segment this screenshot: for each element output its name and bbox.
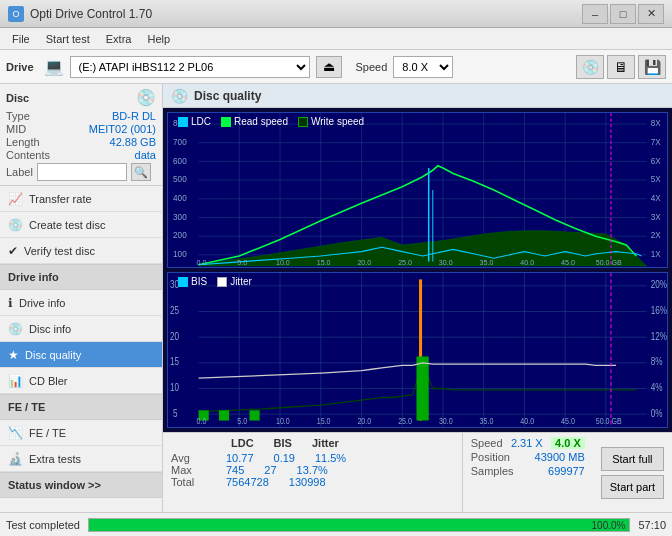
content-header-icon: 💿 [171, 88, 188, 104]
chart1-svg: 800 700 600 500 400 300 200 100 8X 7X 6X… [168, 113, 667, 267]
svg-text:0.0: 0.0 [197, 258, 207, 267]
eject-button[interactable]: ⏏ [316, 56, 342, 78]
legend-jitter-label: Jitter [230, 276, 252, 287]
svg-text:45.0: 45.0 [561, 258, 575, 267]
sidebar-item-create-test-disc[interactable]: 💿 Create test disc [0, 212, 162, 238]
sidebar-label-extra-tests: Extra tests [29, 453, 81, 465]
write-speed-dot [298, 117, 308, 127]
stats-position-row: Position 43900 MB [471, 451, 585, 463]
stats-bis-total: 130998 [289, 476, 326, 488]
charts-area: LDC Read speed Write speed [163, 108, 672, 432]
drive-select[interactable]: (E:) ATAPI iHBS112 2 PL06 [70, 56, 310, 78]
svg-text:50.0 GB: 50.0 GB [596, 417, 622, 427]
svg-text:25.0: 25.0 [398, 417, 412, 427]
titlebar: O Opti Drive Control 1.70 – □ ✕ [0, 0, 672, 28]
disc-mid-value: MEIT02 (001) [89, 123, 156, 135]
action-btn-save[interactable]: 💾 [638, 55, 666, 79]
stats-position-label: Position [471, 451, 510, 463]
sidebar-label-disc-quality: Disc quality [25, 349, 81, 361]
sidebar-item-transfer-rate[interactable]: 📈 Transfer rate [0, 186, 162, 212]
label-search-button[interactable]: 🔍 [131, 163, 151, 181]
sidebar-label-transfer-rate: Transfer rate [29, 193, 92, 205]
close-button[interactable]: ✕ [638, 4, 664, 24]
menu-extra[interactable]: Extra [98, 31, 140, 47]
svg-text:7X: 7X [651, 137, 661, 147]
svg-text:8X: 8X [651, 118, 661, 128]
svg-text:10.0: 10.0 [276, 417, 290, 427]
svg-text:10.0: 10.0 [276, 258, 290, 267]
disc-length-row: Length 42.88 GB [6, 136, 156, 148]
speed-select[interactable]: 8.0 X [393, 56, 453, 78]
disc-label-row: Label 🔍 [6, 163, 156, 181]
sidebar-item-cd-bler[interactable]: 📊 CD Bler [0, 368, 162, 394]
sidebar-menu: 📈 Transfer rate 💿 Create test disc ✔ Ver… [0, 186, 162, 512]
start-full-button[interactable]: Start full [601, 447, 664, 471]
sidebar: Disc 💿 Type BD-R DL MID MEIT02 (001) Len… [0, 84, 163, 512]
disc-type-label: Type [6, 110, 30, 122]
svg-text:100: 100 [173, 249, 187, 259]
stats-right: Speed 2.31 X 4.0 X Position 43900 MB Sam… [463, 433, 593, 512]
svg-text:40.0: 40.0 [520, 417, 534, 427]
disc-title: Disc [6, 92, 29, 104]
svg-text:200: 200 [173, 230, 187, 240]
maximize-button[interactable]: □ [610, 4, 636, 24]
disc-contents-value: data [135, 149, 156, 161]
start-part-button[interactable]: Start part [601, 475, 664, 499]
stats-header: LDC BIS Jitter [171, 437, 454, 449]
sidebar-item-disc-info[interactable]: 💿 Disc info [0, 316, 162, 342]
statusbar: Test completed 100.0% 57:10 [0, 512, 672, 536]
svg-text:5.0: 5.0 [237, 258, 247, 267]
stats-ldc-max: 745 [226, 464, 244, 476]
svg-text:5X: 5X [651, 174, 661, 184]
svg-text:30.0: 30.0 [439, 258, 453, 267]
sidebar-item-fe-te[interactable]: 📉 FE / TE [0, 420, 162, 446]
menu-starttest[interactable]: Start test [38, 31, 98, 47]
sidebar-item-drive-info[interactable]: ℹ Drive info [0, 290, 162, 316]
svg-text:12%: 12% [651, 331, 667, 342]
svg-text:4%: 4% [651, 382, 663, 393]
legend-jitter: Jitter [217, 276, 252, 287]
read-speed-dot [221, 117, 231, 127]
svg-marker-83 [416, 356, 428, 420]
stats-jitter-header: Jitter [312, 437, 339, 449]
stats-bis-header: BIS [274, 437, 292, 449]
speed-label: Speed [356, 61, 388, 73]
svg-text:600: 600 [173, 155, 187, 165]
legend-ldc-label: LDC [191, 116, 211, 127]
svg-text:16%: 16% [651, 305, 667, 316]
extra-tests-icon: 🔬 [8, 452, 23, 466]
svg-text:25.0: 25.0 [398, 258, 412, 267]
start-buttons: Start full Start part [593, 433, 672, 512]
action-btn-1[interactable]: 💿 [576, 55, 604, 79]
chart2-legend: BIS Jitter [178, 276, 252, 287]
disc-length-label: Length [6, 136, 40, 148]
svg-text:15.0: 15.0 [317, 417, 331, 427]
disc-quality-icon: ★ [8, 348, 19, 362]
action-btn-2[interactable]: 🖥 [607, 55, 635, 79]
disc-label-input[interactable] [37, 163, 127, 181]
menu-file[interactable]: File [4, 31, 38, 47]
legend-write-speed: Write speed [298, 116, 364, 127]
minimize-button[interactable]: – [582, 4, 608, 24]
sidebar-item-disc-quality[interactable]: ★ Disc quality [0, 342, 162, 368]
sidebar-item-verify-test-disc[interactable]: ✔ Verify test disc [0, 238, 162, 264]
disc-label-label: Label [6, 166, 33, 178]
sidebar-section-status[interactable]: Status window >> [0, 472, 162, 498]
drivebar: Drive 💻 (E:) ATAPI iHBS112 2 PL06 ⏏ Spee… [0, 50, 672, 84]
fe-te-icon: 📉 [8, 426, 23, 440]
stats-ldc-bis: LDC BIS Jitter Avg 10.77 0.19 11.5% Max … [163, 433, 463, 512]
svg-text:400: 400 [173, 193, 187, 203]
transfer-rate-icon: 📈 [8, 192, 23, 206]
svg-text:500: 500 [173, 174, 187, 184]
cd-bler-icon: 📊 [8, 374, 23, 388]
sidebar-item-extra-tests[interactable]: 🔬 Extra tests [0, 446, 162, 472]
disc-mid-row: MID MEIT02 (001) [6, 123, 156, 135]
disc-contents-row: Contents data [6, 149, 156, 161]
svg-text:20.0: 20.0 [357, 258, 371, 267]
menu-help[interactable]: Help [139, 31, 178, 47]
sidebar-section-drive-info-label: Drive info [8, 271, 59, 283]
content-area: 💿 Disc quality LDC Read speed [163, 84, 672, 512]
sidebar-section-fe-te-label: FE / TE [8, 401, 45, 413]
stats-jitter-avg: 11.5% [315, 452, 346, 464]
svg-text:0.0: 0.0 [197, 417, 207, 427]
